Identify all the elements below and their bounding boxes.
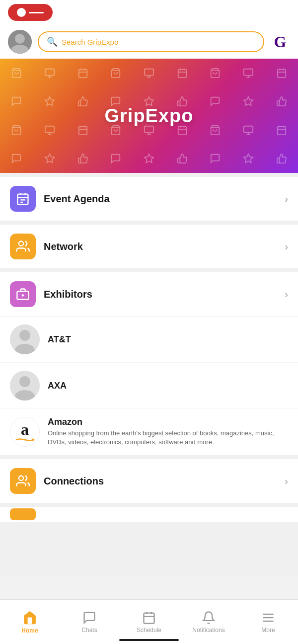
svg-rect-57 [18, 194, 28, 205]
att-avatar-image [10, 324, 40, 354]
g-logo[interactable]: G [270, 32, 290, 52]
svg-marker-54 [45, 154, 54, 162]
hero-icon [66, 87, 99, 116]
event-agenda-icon [10, 186, 36, 212]
hero-icon [232, 116, 265, 145]
svg-rect-23 [277, 69, 286, 78]
svg-marker-28 [145, 97, 153, 105]
svg-rect-31 [45, 126, 54, 133]
axa-info: AXA [48, 381, 67, 391]
nav-notifications[interactable]: Notifications [179, 600, 238, 639]
connections-icon [10, 468, 36, 494]
svg-point-68 [19, 330, 30, 341]
nav-schedule-label: Schedule [137, 627, 161, 634]
hero-icon [133, 59, 166, 87]
hero-icon [232, 59, 265, 87]
axa-avatar-image [10, 371, 40, 401]
record-line-icon [29, 12, 44, 13]
bottom-nav: Home Chats Schedule Notifications More [0, 599, 298, 644]
svg-marker-55 [145, 154, 153, 162]
main-content: Event Agenda › Network › Exhibitors › [0, 173, 298, 575]
home-icon [22, 610, 37, 625]
connections-item[interactable]: Connections › [0, 459, 298, 503]
svg-rect-4 [45, 69, 54, 76]
hero-icon [33, 87, 67, 116]
svg-point-1 [15, 34, 25, 44]
hero-banner: GripExpo [0, 59, 298, 173]
search-icon: 🔍 [47, 36, 58, 47]
hero-icon [165, 59, 199, 87]
connections-label: Connections [44, 476, 277, 487]
partial-icon [10, 508, 36, 520]
hero-icon [66, 145, 99, 173]
nav-chats-label: Chats [81, 627, 97, 634]
axa-name: AXA [48, 381, 67, 391]
chevron-right-icon: › [285, 241, 288, 252]
svg-marker-27 [45, 97, 54, 105]
chevron-right-icon: › [285, 289, 288, 300]
svg-rect-74 [144, 613, 154, 623]
hero-icon [66, 59, 99, 87]
chats-icon [82, 611, 96, 625]
exhibitors-label: Exhibitors [44, 289, 277, 300]
hero-icon [0, 87, 33, 116]
hero-icon [265, 87, 298, 116]
amazon-avatar: a [10, 417, 40, 447]
svg-rect-20 [244, 69, 253, 76]
svg-rect-7 [78, 69, 87, 78]
hero-icon [133, 145, 166, 173]
svg-rect-15 [178, 69, 186, 78]
svg-point-71 [19, 376, 30, 387]
avatar-image [8, 30, 32, 54]
more-icon [261, 611, 275, 625]
svg-rect-50 [277, 126, 286, 134]
network-label: Network [44, 241, 277, 252]
hero-icon [199, 116, 232, 145]
nav-home[interactable]: Home [0, 600, 60, 639]
hero-icon [232, 145, 265, 173]
exhibitor-item-axa[interactable]: AXA [0, 363, 298, 409]
search-bar[interactable]: 🔍 Search GripExpo [38, 31, 264, 52]
event-agenda-label: Event Agenda [44, 193, 277, 205]
nav-schedule[interactable]: Schedule [119, 600, 179, 639]
amazon-name: Amazon [48, 417, 288, 427]
chevron-right-icon: › [285, 193, 288, 205]
hero-icon [99, 59, 133, 87]
hero-icon [66, 116, 99, 145]
hero-icon [0, 116, 33, 145]
nav-more[interactable]: More [238, 600, 298, 639]
status-bar [0, 0, 298, 25]
search-placeholder: Search GripExpo [62, 38, 118, 46]
hero-icon [99, 145, 133, 173]
exhibitor-item-att[interactable]: AT&T [0, 317, 298, 363]
svg-rect-39 [145, 126, 153, 133]
hero-icon [265, 116, 298, 145]
svg-rect-47 [244, 126, 253, 133]
hero-icon [0, 145, 33, 173]
amazon-description: Online shopping from the earth's biggest… [48, 429, 288, 447]
nav-more-label: More [261, 627, 275, 634]
exhibitors-icon [10, 281, 36, 307]
exhibitors-section: Exhibitors › AT&T [0, 272, 298, 455]
amazon-logo-a: a [21, 421, 29, 437]
hero-icon [265, 145, 298, 173]
event-agenda-item[interactable]: Event Agenda › [0, 177, 298, 221]
nav-chats[interactable]: Chats [60, 600, 119, 639]
svg-rect-12 [145, 69, 153, 76]
avatar[interactable] [8, 30, 32, 54]
hero-icon [0, 59, 33, 87]
network-item[interactable]: Network › [0, 225, 298, 268]
hero-icon [33, 59, 67, 87]
record-button[interactable] [8, 4, 53, 21]
svg-rect-42 [178, 126, 186, 134]
exhibitors-header[interactable]: Exhibitors › [0, 272, 298, 317]
svg-rect-34 [78, 126, 87, 134]
notifications-icon [202, 611, 216, 625]
hero-icon [265, 59, 298, 87]
record-dot-icon [17, 8, 26, 17]
hero-title: GripExpo [104, 105, 193, 127]
schedule-icon [142, 611, 156, 625]
exhibitor-item-amazon[interactable]: a Amazon Online shopping from the earth'… [0, 409, 298, 455]
svg-marker-56 [244, 154, 253, 162]
partial-item [0, 507, 298, 522]
